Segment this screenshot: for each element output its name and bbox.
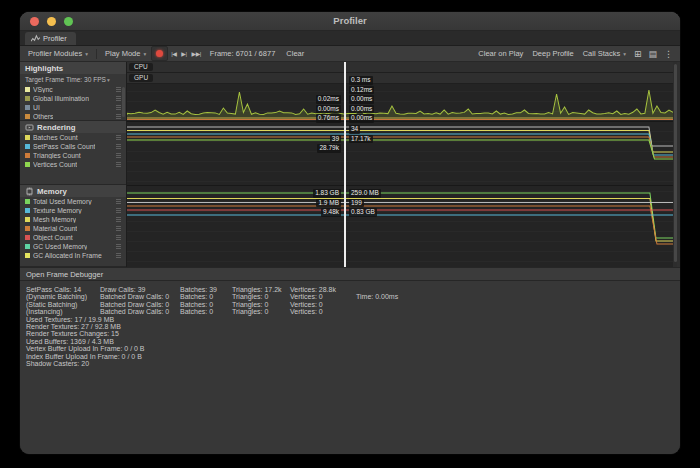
drag-handle-icon[interactable]: [116, 98, 121, 99]
stats-cell: (Instancing): [26, 308, 100, 315]
deep-profile-toggle[interactable]: Deep Profile: [528, 47, 577, 60]
drag-handle-icon[interactable]: [116, 246, 121, 247]
module-rendering: Rendering Batches Count SetPass Calls C: [20, 121, 126, 185]
drag-handle-icon[interactable]: [116, 137, 121, 138]
menu-kebab-icon[interactable]: ⋮: [661, 47, 676, 60]
legend-item[interactable]: Object Count: [20, 233, 126, 242]
play-mode-dropdown[interactable]: Play Mode ▾: [101, 47, 150, 60]
target-frame-time-dropdown[interactable]: Target Frame Time: 30 FPS ▾: [20, 74, 126, 85]
drag-handle-icon[interactable]: [116, 237, 121, 238]
minimize-window-button[interactable]: [47, 17, 56, 26]
chart-scrollbar[interactable]: [673, 62, 677, 267]
frame-value-left: 39: [330, 135, 341, 144]
frame-value-right: 17.17k: [349, 135, 373, 144]
frame-playhead[interactable]: [344, 62, 346, 267]
zoom-window-button[interactable]: [64, 17, 73, 26]
frame-value-right: 0.00ms: [349, 114, 374, 123]
series-color-swatch: [25, 244, 30, 249]
gpu-track-row[interactable]: GPU: [127, 73, 673, 84]
series-label: Total Used Memory: [33, 198, 92, 205]
cpu-chart[interactable]: [127, 84, 673, 121]
series-label: GC Allocated In Frame: [33, 252, 102, 259]
chart-area[interactable]: CPU GPU: [127, 62, 677, 267]
series-label: UI: [33, 104, 40, 111]
layout-grid-icon[interactable]: ⊞: [631, 47, 645, 60]
window-titlebar[interactable]: Profiler: [20, 12, 680, 31]
module-title: Memory: [37, 187, 67, 196]
tab-profiler[interactable]: Profiler: [25, 32, 76, 45]
panel-icon[interactable]: ▤: [645, 47, 660, 60]
drag-handle-icon[interactable]: [116, 107, 121, 108]
stats-row: SetPass Calls: 14 Draw Calls: 39 Batches…: [26, 286, 680, 293]
drag-handle-icon[interactable]: [116, 164, 121, 165]
series-label: Material Count: [33, 225, 77, 232]
profiler-main: Highlights Target Frame Time: 30 FPS ▾ V…: [20, 62, 680, 267]
next-frame-button[interactable]: ▶|: [179, 47, 188, 60]
drag-handle-icon[interactable]: [116, 210, 121, 211]
legend-item[interactable]: GC Used Memory: [20, 242, 126, 251]
toolbar: Profiler Modules ▾ Play Mode ▾ |◀ ▶| ▶▶|…: [20, 46, 680, 62]
series-label: Object Count: [33, 234, 73, 241]
module-header-memory[interactable]: Memory: [20, 185, 126, 197]
drag-handle-icon[interactable]: [116, 89, 121, 90]
legend-item[interactable]: Mesh Memory: [20, 215, 126, 224]
series-color-swatch: [25, 114, 30, 119]
drag-handle-icon[interactable]: [116, 146, 121, 147]
stats-cell: Time: 0.00ms: [356, 293, 416, 300]
legend-item[interactable]: SetPass Calls Count: [20, 142, 126, 151]
series-label: Others: [33, 113, 53, 120]
legend-item[interactable]: Global Illumination: [20, 94, 126, 103]
frame-debugger-bar: Open Frame Debugger: [20, 267, 680, 281]
chart-scrollbar-thumb[interactable]: [674, 64, 677, 262]
close-window-button[interactable]: [30, 17, 39, 26]
drag-handle-icon[interactable]: [116, 155, 121, 156]
drag-handle-icon[interactable]: [116, 116, 121, 117]
rendering-icon: [25, 123, 34, 132]
module-sidebar: Highlights Target Frame Time: 30 FPS ▾ V…: [20, 62, 127, 267]
stats-cell: [356, 308, 416, 315]
legend-item[interactable]: Triangles Count: [20, 151, 126, 160]
legend-item[interactable]: GC Allocated In Frame: [20, 251, 126, 260]
frame-value-left: 0.02ms: [316, 95, 341, 104]
module-title: Highlights: [25, 64, 63, 73]
memory-chart[interactable]: [127, 186, 673, 267]
stats-cell: [356, 301, 416, 308]
module-header-highlights[interactable]: Highlights: [20, 62, 126, 74]
legend-item[interactable]: VSync: [20, 85, 126, 94]
record-button[interactable]: [151, 46, 168, 61]
drag-handle-icon[interactable]: [116, 255, 121, 256]
legend-item[interactable]: Material Count: [20, 224, 126, 233]
series-color-swatch: [25, 153, 30, 158]
clear-button[interactable]: Clear: [282, 47, 308, 60]
series-color-swatch: [25, 235, 30, 240]
stats-line: Vertex Buffer Upload In Frame: 0 / 0 B: [26, 345, 680, 352]
current-frame-button[interactable]: ▶▶|: [190, 47, 203, 60]
series-color-swatch: [25, 226, 30, 231]
cpu-track-row[interactable]: CPU: [127, 62, 673, 73]
drag-handle-icon[interactable]: [116, 228, 121, 229]
call-stacks-dropdown[interactable]: Call Stacks ▾: [579, 47, 630, 60]
previous-frame-button[interactable]: |◀: [169, 47, 178, 60]
stats-line: Render Textures Changes: 15: [26, 330, 680, 337]
legend-item[interactable]: UI: [20, 103, 126, 112]
legend-item[interactable]: Texture Memory: [20, 206, 126, 215]
sidebar-scrollbar[interactable]: [122, 87, 125, 117]
series-color-swatch: [25, 105, 30, 110]
legend-item[interactable]: Others: [20, 112, 126, 121]
legend-item[interactable]: Total Used Memory: [20, 197, 126, 206]
clear-on-play-toggle[interactable]: Clear on Play: [474, 47, 527, 60]
frame-value-left: 9.48k: [321, 208, 341, 217]
rendering-chart[interactable]: [127, 122, 673, 185]
profiler-modules-dropdown[interactable]: Profiler Modules ▾: [24, 47, 92, 60]
legend-item[interactable]: Vertices Count: [20, 160, 126, 169]
legend-item[interactable]: Batches Count: [20, 133, 126, 142]
drag-handle-icon[interactable]: [116, 201, 121, 202]
stats-cell: Vertices: 28.8k: [290, 286, 356, 293]
render-stats-table: SetPass Calls: 14 Draw Calls: 39 Batches…: [26, 286, 680, 316]
stats-cell: Triangles: 0: [232, 293, 290, 300]
module-header-rendering[interactable]: Rendering: [20, 121, 126, 133]
open-frame-debugger-button[interactable]: Open Frame Debugger: [26, 270, 103, 279]
series-label: Mesh Memory: [33, 216, 76, 223]
drag-handle-icon[interactable]: [116, 219, 121, 220]
stats-cell: Vertices: 0: [290, 301, 356, 308]
